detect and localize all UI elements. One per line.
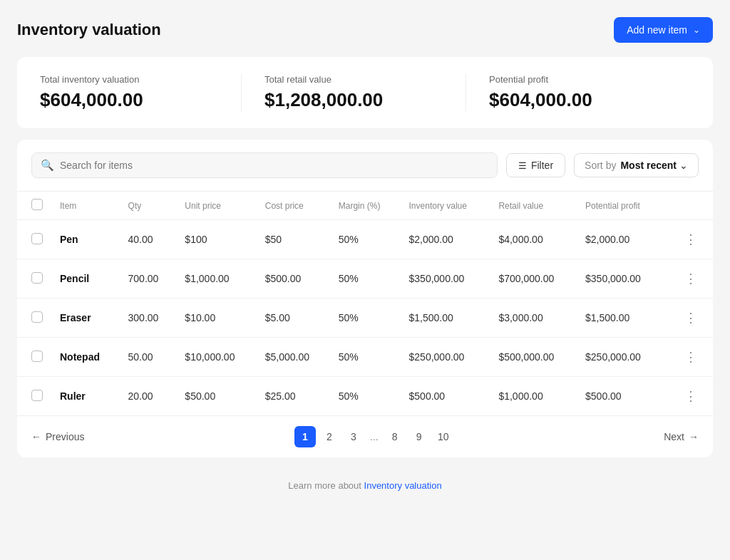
- row-checkbox-1[interactable]: [31, 272, 43, 284]
- page-number-9[interactable]: 9: [408, 426, 430, 447]
- cell-retail-value: $4,000.00: [490, 220, 577, 259]
- page-title: Inventory valuation: [17, 21, 161, 39]
- inventory-table: Item Qty Unit price Cost price Margin (%…: [17, 192, 713, 415]
- page-numbers: 123...8910: [294, 426, 454, 447]
- footer-note: Learn more about Inventory valuation: [17, 469, 713, 497]
- col-cost-price: Cost price: [257, 192, 330, 220]
- row-checkbox-2[interactable]: [31, 311, 43, 323]
- total-inventory-label: Total inventory valuation: [40, 74, 218, 85]
- cell-potential-profit: $350,000.00: [577, 259, 664, 299]
- table-row: Eraser 300.00 $10.00 $5.00 50% $1,500.00…: [17, 299, 713, 338]
- cell-potential-profit: $250,000.00: [577, 338, 664, 377]
- table-row: Notepad 50.00 $10,000.00 $5,000.00 50% $…: [17, 338, 713, 377]
- potential-profit-item: Potential profit $604,000.00: [466, 74, 690, 111]
- page-number-1[interactable]: 1: [294, 426, 316, 447]
- cell-inventory-value: $350,000.00: [401, 259, 490, 299]
- total-retail-value: $1,208,000.00: [264, 89, 443, 111]
- select-all-checkbox[interactable]: [31, 199, 43, 210]
- cell-qty: 700.00: [120, 259, 177, 299]
- cell-potential-profit: $500.00: [577, 377, 664, 416]
- cell-unit-price: $100: [176, 220, 256, 259]
- summary-card: Total inventory valuation $604,000.00 To…: [17, 57, 713, 128]
- col-retail-value: Retail value: [490, 192, 577, 220]
- search-wrap[interactable]: 🔍: [31, 152, 498, 178]
- cell-inventory-value: $250,000.00: [401, 338, 490, 377]
- cell-margin: 50%: [330, 338, 401, 377]
- potential-profit-label: Potential profit: [489, 74, 667, 85]
- previous-button[interactable]: ← Previous: [31, 431, 84, 442]
- footer-link[interactable]: Inventory valuation: [364, 480, 442, 491]
- potential-profit-value: $604,000.00: [489, 89, 667, 111]
- cell-margin: 50%: [330, 299, 401, 338]
- arrow-right-icon: →: [689, 431, 699, 442]
- col-potential-profit: Potential profit: [577, 192, 664, 220]
- cell-item-name: Eraser: [51, 299, 120, 338]
- cell-item-name: Ruler: [51, 377, 120, 416]
- main-card: 🔍 ☰ Filter Sort by Most recent ⌄ Item Qt…: [17, 140, 713, 457]
- toolbar: 🔍 ☰ Filter Sort by Most recent ⌄: [17, 140, 713, 192]
- total-inventory-valuation-item: Total inventory valuation $604,000.00: [40, 74, 241, 111]
- next-button[interactable]: Next →: [664, 431, 699, 442]
- cell-inventory-value: $1,500.00: [401, 299, 490, 338]
- cell-retail-value: $500,000.00: [490, 338, 577, 377]
- row-checkbox-4[interactable]: [31, 390, 43, 401]
- table-header-row: Item Qty Unit price Cost price Margin (%…: [17, 192, 713, 220]
- row-actions-button-1[interactable]: ⋮: [680, 269, 701, 288]
- cell-unit-price: $10.00: [176, 299, 256, 338]
- table-row: Pen 40.00 $100 $50 50% $2,000.00 $4,000.…: [17, 220, 713, 259]
- cell-item-name: Pencil: [51, 259, 120, 299]
- cell-margin: 50%: [330, 259, 401, 299]
- cell-qty: 40.00: [120, 220, 177, 259]
- cell-margin: 50%: [330, 377, 401, 416]
- cell-unit-price: $1,000.00: [176, 259, 256, 299]
- cell-unit-price: $50.00: [176, 377, 256, 416]
- sort-prefix: Sort by: [585, 160, 616, 171]
- table-row: Ruler 20.00 $50.00 $25.00 50% $500.00 $1…: [17, 377, 713, 416]
- cell-retail-value: $700,000.00: [490, 259, 577, 299]
- col-item: Item: [51, 192, 120, 220]
- cell-cost-price: $25.00: [257, 377, 330, 416]
- cell-qty: 300.00: [120, 299, 177, 338]
- search-input[interactable]: [60, 160, 488, 171]
- previous-label: Previous: [46, 431, 84, 442]
- page-ellipsis: ...: [367, 431, 381, 442]
- row-actions-button-3[interactable]: ⋮: [680, 348, 701, 366]
- cell-item-name: Pen: [51, 220, 120, 259]
- search-icon: 🔍: [41, 159, 54, 172]
- chevron-down-icon: ⌄: [679, 160, 688, 171]
- total-retail-value-item: Total retail value $1,208,000.00: [241, 74, 466, 111]
- col-margin: Margin (%): [330, 192, 401, 220]
- col-qty: Qty: [120, 192, 177, 220]
- cell-retail-value: $3,000.00: [490, 299, 577, 338]
- cell-margin: 50%: [330, 220, 401, 259]
- page-number-3[interactable]: 3: [343, 426, 364, 447]
- cell-inventory-value: $500.00: [401, 377, 490, 416]
- cell-cost-price: $5.00: [257, 299, 330, 338]
- filter-button[interactable]: ☰ Filter: [506, 153, 565, 177]
- sort-button[interactable]: Sort by Most recent ⌄: [574, 153, 699, 177]
- total-inventory-value: $604,000.00: [40, 89, 218, 111]
- table-row: Pencil 700.00 $1,000.00 $500.00 50% $350…: [17, 259, 713, 299]
- row-checkbox-0[interactable]: [31, 233, 43, 244]
- row-actions-button-4[interactable]: ⋮: [680, 387, 701, 405]
- add-new-button[interactable]: Add new item ⌄: [614, 17, 713, 43]
- cell-unit-price: $10,000.00: [176, 338, 256, 377]
- chevron-down-icon: ⌄: [693, 25, 700, 35]
- row-actions-button-2[interactable]: ⋮: [680, 308, 701, 327]
- cell-cost-price: $500.00: [257, 259, 330, 299]
- next-label: Next: [664, 431, 684, 442]
- arrow-left-icon: ←: [31, 431, 41, 442]
- footer-text: Learn more about: [288, 480, 364, 491]
- cell-item-name: Notepad: [51, 338, 120, 377]
- cell-qty: 50.00: [120, 338, 177, 377]
- cell-potential-profit: $2,000.00: [577, 220, 664, 259]
- cell-qty: 20.00: [120, 377, 177, 416]
- page-number-2[interactable]: 2: [319, 426, 340, 447]
- page-number-10[interactable]: 10: [433, 426, 454, 447]
- row-checkbox-3[interactable]: [31, 351, 43, 362]
- total-retail-label: Total retail value: [264, 74, 443, 85]
- cell-inventory-value: $2,000.00: [401, 220, 490, 259]
- col-unit-price: Unit price: [176, 192, 256, 220]
- page-number-8[interactable]: 8: [384, 426, 406, 447]
- row-actions-button-0[interactable]: ⋮: [680, 230, 701, 249]
